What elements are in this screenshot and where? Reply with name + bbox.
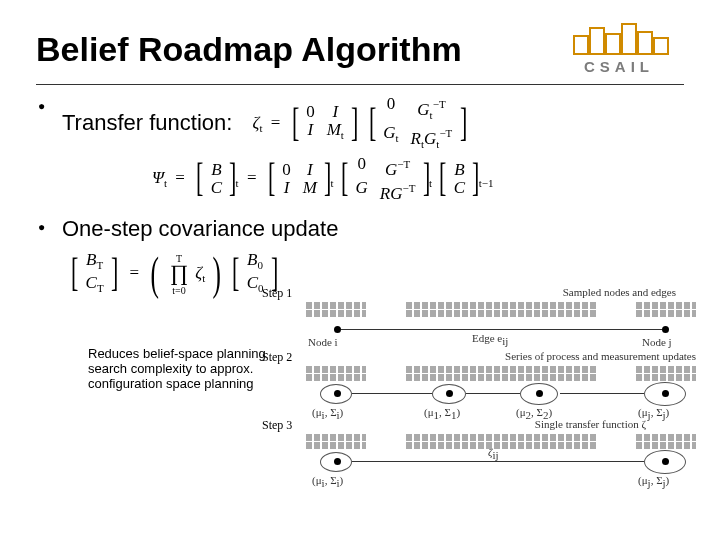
diagram-step-1: Step 1 Sampled nodes and edges Node i Ed… bbox=[306, 302, 706, 316]
logo-text: CSAIL bbox=[554, 58, 684, 75]
svg-rect-1 bbox=[590, 28, 604, 54]
title-rule bbox=[36, 84, 684, 85]
diagram-step-2: Step 2 Series of process and measurement… bbox=[306, 366, 706, 380]
equation-zeta: ζt = [ 0I I Mt ] [ 0 Gt−T Gt bbox=[253, 95, 470, 153]
slide-title: Belief Roadmap Algorithm bbox=[36, 30, 462, 69]
bullet-transfer-function: Transfer function: ζt = [ 0I I Mt ] [ bbox=[36, 95, 684, 202]
diagram-step-3: Step 3 Single transfer function ζ (μi, Σ… bbox=[306, 434, 706, 448]
svg-rect-0 bbox=[574, 36, 588, 54]
bullet-2-text: One-step covariance update bbox=[62, 216, 338, 241]
steps-diagram: Step 1 Sampled nodes and edges Node i Ed… bbox=[306, 302, 706, 484]
svg-rect-5 bbox=[654, 38, 668, 54]
svg-rect-3 bbox=[622, 24, 636, 54]
bullet-1-text: Transfer function: bbox=[62, 110, 232, 135]
svg-rect-2 bbox=[606, 34, 620, 54]
svg-rect-4 bbox=[638, 32, 652, 54]
csail-logo: CSAIL bbox=[554, 20, 684, 78]
equation-psi: Ψt = [ B C ]t = [ 0I IM ] bbox=[152, 155, 684, 202]
